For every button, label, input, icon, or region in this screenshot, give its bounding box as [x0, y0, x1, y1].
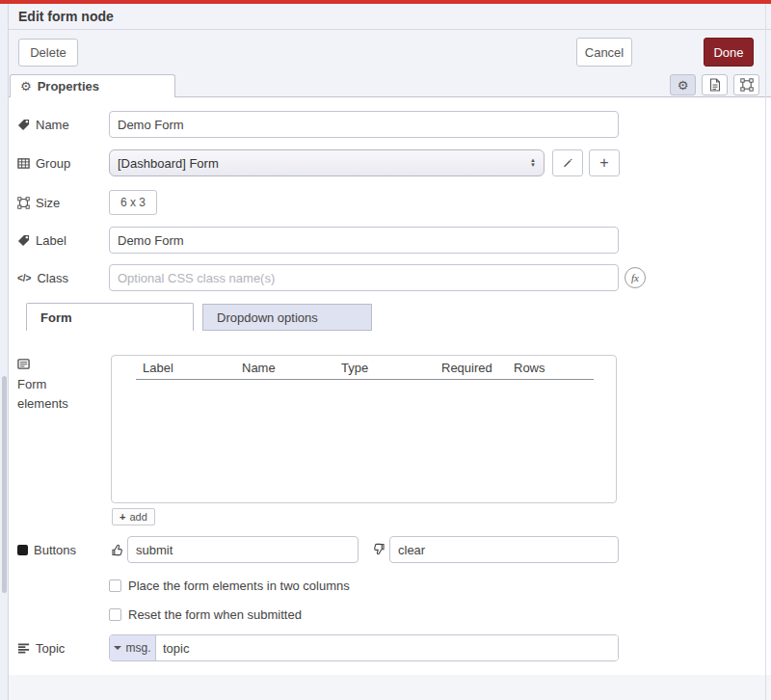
properties-panel: Name Group [Dashboard] Form ▲▼ + Size 6 … [9, 97, 771, 675]
plus-icon: + [599, 154, 608, 172]
pencil-icon [562, 157, 573, 169]
tray-resize-strip[interactable] [0, 4, 9, 700]
button-node-icon [17, 545, 28, 555]
gear-icon: ⚙ [20, 80, 32, 93]
code-icon: </> [17, 273, 31, 283]
column-header-type: Type [341, 361, 368, 375]
size-icon [17, 197, 30, 209]
select-stepper-icon: ▲▼ [530, 158, 536, 168]
label-input[interactable] [109, 227, 619, 254]
chevron-down-icon [114, 646, 121, 650]
editor-tabbar: ⚙ Properties ⚙ [9, 73, 771, 97]
buttons-label: Buttons [17, 543, 109, 557]
thumbs-up-icon [111, 543, 124, 556]
name-input[interactable] [109, 111, 619, 138]
tab-properties[interactable]: ⚙ Properties [10, 74, 175, 97]
topic-type-label: msg. [125, 641, 150, 655]
topic-row: Topic msg. [9, 634, 771, 661]
form-elements-label: Form elements [17, 354, 85, 414]
table-icon [17, 157, 30, 170]
tray-footer [9, 675, 771, 700]
label-row: Label [9, 227, 771, 254]
reset-form-checkbox-row: Reset the form when submitted [9, 601, 771, 628]
description-icon-button[interactable] [702, 74, 728, 95]
cancel-button[interactable]: Cancel [576, 38, 632, 67]
add-element-button[interactable]: + add [112, 508, 155, 525]
class-label: </> Class [17, 271, 109, 285]
column-header-name: Name [242, 361, 276, 375]
delete-button[interactable]: Delete [18, 39, 78, 67]
document-icon [709, 78, 721, 92]
done-button[interactable]: Done [704, 38, 754, 67]
scrollbar-thumb[interactable] [2, 376, 7, 593]
topic-typed-input: msg. [109, 634, 619, 661]
dialog-toolbar: Delete Cancel Done [9, 30, 771, 73]
bars-icon [17, 642, 30, 655]
clear-button-text-input[interactable] [389, 536, 619, 563]
dialog-title: Edit form node [18, 9, 114, 24]
name-row: Name [9, 111, 771, 138]
reset-form-checkbox-label: Reset the form when submitted [128, 607, 302, 622]
two-columns-checkbox-label: Place the form elements in two columns [128, 579, 350, 593]
form-elements-table-header: Label Name Type Required Rows [136, 356, 594, 380]
class-input[interactable] [109, 264, 619, 291]
topic-label: Topic [17, 641, 109, 656]
column-header-label: Label [143, 361, 173, 375]
column-header-rows: Rows [514, 361, 545, 375]
dialog-header: Edit form node [9, 4, 771, 30]
group-row: Group [Dashboard] Form ▲▼ + [9, 149, 771, 176]
gear-icon: ⚙ [678, 79, 689, 92]
name-label: Name [17, 118, 109, 132]
form-elements-table[interactable]: Label Name Type Required Rows [111, 355, 617, 503]
tag-icon [17, 119, 30, 131]
form-subtabs: Form Dropdown options [9, 303, 771, 331]
thumbs-down-icon [372, 543, 386, 556]
buttons-row: Buttons [9, 536, 771, 563]
properties-icon-button[interactable]: ⚙ [670, 74, 696, 95]
class-row: </> Class fx [9, 264, 771, 291]
add-group-button[interactable]: + [589, 149, 620, 176]
tab-form[interactable]: Form [26, 303, 194, 331]
topic-input[interactable] [156, 635, 618, 660]
appearance-icon [740, 78, 754, 92]
plus-icon: + [120, 511, 125, 523]
two-columns-checkbox[interactable] [109, 579, 121, 592]
group-select[interactable]: [Dashboard] Form ▲▼ [109, 149, 545, 176]
tab-properties-label: Properties [38, 79, 99, 94]
label-label: Label [17, 233, 109, 248]
edit-group-button[interactable] [552, 149, 583, 176]
size-label: Size [17, 196, 109, 210]
topic-type-select[interactable]: msg. [110, 635, 156, 660]
two-columns-checkbox-row: Place the form elements in two columns [9, 572, 771, 599]
size-row: Size 6 x 3 [9, 189, 771, 216]
appearance-icon-button[interactable] [733, 74, 759, 95]
tag-icon [17, 234, 30, 247]
tabbar-icon-buttons: ⚙ [670, 74, 759, 95]
reset-form-checkbox[interactable] [109, 608, 121, 621]
tray-right-edge [765, 4, 766, 700]
group-label: Group [17, 156, 109, 171]
tab-dropdown-options[interactable]: Dropdown options [202, 304, 372, 331]
column-header-required: Required [441, 361, 492, 375]
submit-button-text-input[interactable] [127, 536, 359, 563]
list-box-icon [17, 358, 30, 370]
group-selected-value: [Dashboard] Form [118, 156, 530, 171]
expression-fx-button[interactable]: fx [625, 267, 646, 288]
add-element-label: add [129, 511, 146, 523]
size-button[interactable]: 6 x 3 [109, 190, 157, 215]
